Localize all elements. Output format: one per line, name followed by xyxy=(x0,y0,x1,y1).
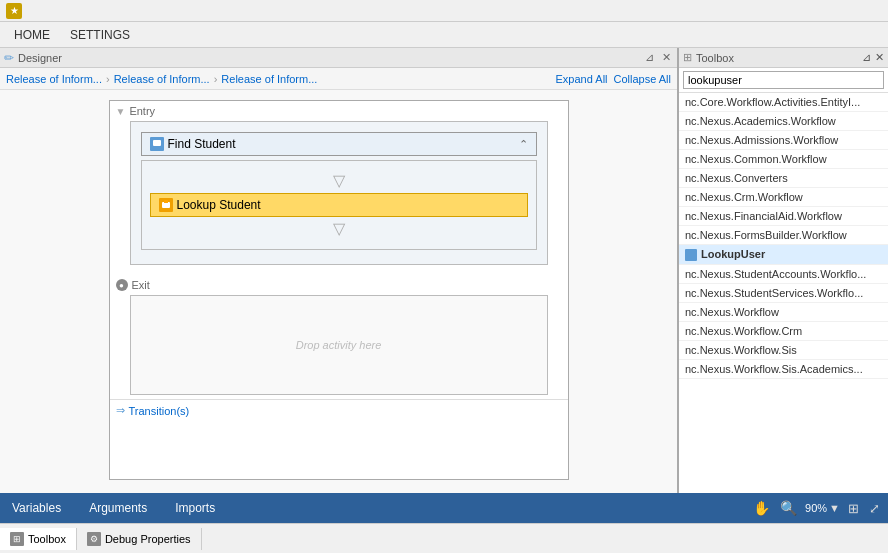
svg-rect-0 xyxy=(153,140,161,146)
debug-tab-icon: ⚙ xyxy=(87,532,101,546)
toolbox-tab-label: Toolbox xyxy=(28,533,66,545)
lookup-student-label: Lookup Student xyxy=(177,198,261,212)
exit-drop-zone[interactable]: Drop activity here xyxy=(130,295,548,395)
drop-label: Drop activity here xyxy=(296,339,382,351)
designer-controls: ⊿ ✕ xyxy=(643,51,673,64)
toolbox-panel: ⊞ Toolbox ⊿ ✕ nc.Core.Workflow.Activitie… xyxy=(678,48,888,493)
toolbox-item[interactable]: nc.Core.Workflow.Activities.EntityI... xyxy=(679,93,888,112)
transitions-bar[interactable]: ⇒ Transition(s) xyxy=(110,399,568,421)
find-student-collapse-btn[interactable]: ⌃ xyxy=(519,138,528,151)
expand-all-btn[interactable]: Expand All xyxy=(556,73,608,85)
collapse-all-btn[interactable]: Collapse All xyxy=(614,73,671,85)
toolbox-item[interactable]: nc.Nexus.FormsBuilder.Workflow xyxy=(679,226,888,245)
exit-label: Exit xyxy=(132,279,150,291)
toolbox-item-icon xyxy=(685,249,697,261)
zoom-value: 90% xyxy=(805,502,827,514)
arrow-down-1: ▽ xyxy=(150,173,528,189)
breadcrumb-item-3[interactable]: Release of Inform... xyxy=(221,73,317,85)
breadcrumb-item-2[interactable]: Release of Inform... xyxy=(114,73,210,85)
toolbox-tab-icon: ⊞ xyxy=(10,532,24,546)
tab-arguments[interactable]: Arguments xyxy=(83,497,153,519)
lookup-student-icon xyxy=(159,198,173,212)
debug-tab-label: Debug Properties xyxy=(105,533,191,545)
arrow-down-2: ▽ xyxy=(150,221,528,237)
title-bar: ★ xyxy=(0,0,888,22)
app-icon: ★ xyxy=(6,3,22,19)
toolbox-item[interactable]: LookupUser xyxy=(679,245,888,265)
toolbox-item[interactable]: nc.Nexus.Workflow xyxy=(679,303,888,322)
menu-settings[interactable]: SETTINGS xyxy=(60,25,140,45)
bottom-panel: ⊞ Toolbox ⚙ Debug Properties xyxy=(0,523,888,553)
breadcrumb-arrow-1: › xyxy=(106,73,110,85)
svg-rect-2 xyxy=(164,200,168,203)
find-student-icon xyxy=(150,137,164,151)
exit-icon: ● xyxy=(116,279,128,291)
fit-screen-btn[interactable]: ⊞ xyxy=(846,501,861,516)
debug-properties-tab[interactable]: ⚙ Debug Properties xyxy=(77,528,202,550)
toolbox-pin-icon[interactable]: ⊿ xyxy=(862,51,871,64)
search-tool-btn[interactable]: 🔍 xyxy=(778,500,799,516)
toolbox-item[interactable]: nc.Nexus.Workflow.Sis xyxy=(679,341,888,360)
toolbox-list: nc.Core.Workflow.Activities.EntityI...nc… xyxy=(679,93,888,493)
expand-view-btn[interactable]: ⤢ xyxy=(867,501,882,516)
breadcrumb-arrow-2: › xyxy=(214,73,218,85)
toolbox-item[interactable]: nc.Nexus.Workflow.Sis.Academics... xyxy=(679,360,888,379)
main-area: ✏ Designer ⊿ ✕ Release of Inform... › Re… xyxy=(0,48,888,493)
toolbox-tab[interactable]: ⊞ Toolbox xyxy=(0,528,77,550)
tab-imports[interactable]: Imports xyxy=(169,497,221,519)
designer-header: ✏ Designer ⊿ ✕ xyxy=(0,48,677,68)
find-student-left: Find Student xyxy=(150,137,236,151)
toolbox-close-icon[interactable]: ✕ xyxy=(875,51,884,64)
designer-panel: ✏ Designer ⊿ ✕ Release of Inform... › Re… xyxy=(0,48,678,493)
lookup-student-item[interactable]: Lookup Student xyxy=(150,193,528,217)
toolbox-item[interactable]: nc.Nexus.Common.Workflow xyxy=(679,150,888,169)
designer-label: Designer xyxy=(18,52,62,64)
toolbox-item[interactable]: nc.Nexus.Crm.Workflow xyxy=(679,188,888,207)
toolbox-header-label: Toolbox xyxy=(696,52,734,64)
transitions-label: Transition(s) xyxy=(129,405,190,417)
toolbox-item[interactable]: nc.Nexus.Academics.Workflow xyxy=(679,112,888,131)
toolbox-search-input[interactable] xyxy=(683,71,884,89)
toolbox-item[interactable]: nc.Nexus.FinancialAid.Workflow xyxy=(679,207,888,226)
zoom-control: 90% ▼ xyxy=(805,502,840,514)
designer-canvas: ▼ Entry Find Student ⌃ xyxy=(0,90,677,493)
toolbox-item[interactable]: nc.Nexus.Workflow.Crm xyxy=(679,322,888,341)
toolbox-icon: ⊞ xyxy=(683,51,692,64)
workflow-container: ▼ Entry Find Student ⌃ xyxy=(109,100,569,480)
tab-variables[interactable]: Variables xyxy=(6,497,67,519)
toolbox-item[interactable]: nc.Nexus.Admissions.Workflow xyxy=(679,131,888,150)
workflow-outer-box: ▼ Entry Find Student ⌃ xyxy=(109,100,569,480)
toolbox-item[interactable]: nc.Nexus.Converters xyxy=(679,169,888,188)
designer-header-left: ✏ Designer xyxy=(4,51,62,65)
toolbox-header: ⊞ Toolbox ⊿ ✕ xyxy=(679,48,888,68)
hand-tool-btn[interactable]: ✋ xyxy=(751,500,772,516)
entry-arrow-icon: ▼ xyxy=(116,106,126,117)
designer-pin-icon[interactable]: ⊿ xyxy=(643,51,656,64)
entry-text: Entry xyxy=(129,105,155,117)
toolbox-header-controls: ⊿ ✕ xyxy=(862,51,884,64)
designer-icon: ✏ xyxy=(4,51,14,65)
breadcrumb: Release of Inform... › Release of Inform… xyxy=(0,68,677,90)
toolbox-item[interactable]: nc.Nexus.StudentServices.Workflo... xyxy=(679,284,888,303)
designer-close-icon[interactable]: ✕ xyxy=(660,51,673,64)
toolbox-header-left: ⊞ Toolbox xyxy=(683,51,734,64)
menu-home[interactable]: HOME xyxy=(4,25,60,45)
menu-bar: HOME SETTINGS xyxy=(0,22,888,48)
breadcrumb-item-1[interactable]: Release of Inform... xyxy=(6,73,102,85)
find-student-activity[interactable]: Find Student ⌃ xyxy=(141,132,537,156)
find-student-inner: ▽ Lookup Student ▽ xyxy=(141,160,537,250)
zoom-dropdown-icon[interactable]: ▼ xyxy=(829,502,840,514)
tab-right-controls: ✋ 🔍 90% ▼ ⊞ ⤢ xyxy=(751,500,882,516)
find-student-label: Find Student xyxy=(168,137,236,151)
toolbox-item[interactable]: nc.Nexus.StudentAccounts.Workflo... xyxy=(679,265,888,284)
find-student-box: Find Student ⌃ ▽ xyxy=(130,121,548,265)
breadcrumb-actions: Expand All Collapse All xyxy=(556,73,671,85)
bottom-tabs-bar: Variables Arguments Imports ✋ 🔍 90% ▼ ⊞ … xyxy=(0,493,888,523)
transitions-icon: ⇒ xyxy=(116,404,125,417)
entry-label: ▼ Entry xyxy=(110,101,568,121)
toolbox-search-area xyxy=(679,68,888,93)
exit-section: ● Exit xyxy=(110,275,568,295)
